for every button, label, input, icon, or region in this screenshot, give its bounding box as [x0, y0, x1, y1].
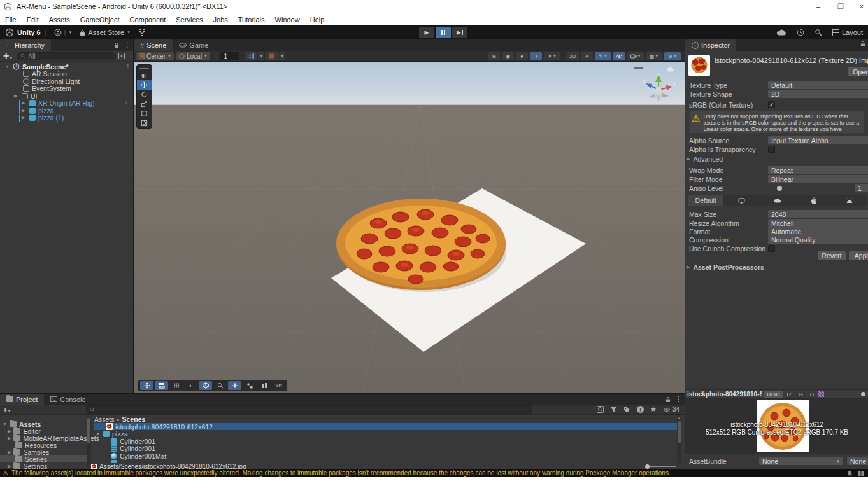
menu-tutorials[interactable]: Tutorials [233, 16, 270, 24]
menu-help[interactable]: Help [305, 16, 330, 24]
paint-dropdown[interactable]: ✎▼ [595, 52, 611, 60]
foldout-icon[interactable]: ▶ [14, 94, 19, 99]
foldout-icon[interactable]: ▶ [22, 101, 27, 106]
filter-type-icon[interactable] [610, 407, 617, 413]
lock-icon[interactable] [860, 41, 865, 47]
asset-row-cylinder-mesh1[interactable]: Cylinder001 [94, 438, 677, 445]
wireframe-icon[interactable]: ● [516, 52, 528, 60]
assetbundle-dropdown[interactable]: None▼ [759, 457, 843, 465]
lock-icon[interactable] [114, 42, 119, 48]
advanced-foldout[interactable]: ▶Advanced [687, 155, 723, 163]
overlay-xr-button[interactable]: XR [272, 381, 285, 390]
hierarchy-row-xr-origin[interactable]: ▶XR Origin (AR Rig) [22, 100, 95, 107]
menu-services[interactable]: Services [171, 16, 208, 24]
grid-snap-toggle[interactable] [245, 52, 257, 60]
folder-row-assets[interactable]: ▼Assets [3, 421, 41, 428]
tab-inspector[interactable]: i Inspector [685, 39, 736, 51]
overlay-measure-icon[interactable] [169, 381, 183, 390]
play-button[interactable]: ▶ [419, 27, 434, 38]
overlay-search-icon[interactable] [213, 381, 227, 390]
rect-tool[interactable] [137, 109, 152, 118]
menu-component[interactable]: Component [124, 16, 171, 24]
menu-jobs[interactable]: Jobs [208, 16, 233, 24]
overlay-component-icon[interactable] [243, 381, 256, 390]
orientation-mode-button[interactable]: Local▼ [176, 52, 210, 60]
project-search-input[interactable] [86, 405, 532, 414]
view-hand-tool[interactable] [137, 71, 152, 80]
asset-row-cylinder-mesh2[interactable]: Cylinder001 [94, 445, 677, 452]
platform-tab-standalone[interactable] [723, 195, 759, 206]
hidden-count-toggle[interactable]: 34 [663, 406, 679, 413]
rotate-tool[interactable] [137, 90, 152, 99]
platform-tab-android[interactable] [832, 195, 867, 206]
pivot-mode-button[interactable]: Center▼ [136, 52, 174, 60]
tab-hierarchy[interactable]: ≔ Hierarchy [0, 39, 51, 51]
filter-mode-dropdown[interactable]: Bilinear [768, 175, 868, 183]
favorites-star-icon[interactable]: ★ [650, 405, 657, 414]
camera-dropdown[interactable]: ▼ [627, 52, 644, 60]
overlay-building-icon[interactable] [257, 381, 271, 390]
maximize-button[interactable]: ❐ [831, 3, 850, 11]
asset-list-scrollbar[interactable]: ▲ [677, 415, 681, 463]
increment-snap-caret[interactable]: ▼ [279, 52, 285, 60]
scene-picker-icon[interactable] [118, 53, 125, 59]
hierarchy-row-directional-light[interactable]: Directional Light [23, 78, 80, 85]
move-tool[interactable] [137, 80, 152, 90]
menu-gameobject[interactable]: GameObject [75, 16, 125, 24]
2d-toggle-icon[interactable]: 2D [567, 52, 579, 60]
compression-dropdown[interactable]: Normal Quality [768, 235, 868, 244]
overlay-drag-handle[interactable]: ▬▬ [137, 65, 152, 71]
alpha-transparency-checkbox[interactable] [768, 146, 775, 153]
revert-button[interactable]: Revert [818, 251, 846, 260]
pause-button[interactable] [436, 27, 451, 38]
scene-visibility-icon[interactable] [613, 52, 625, 60]
scene-viewport[interactable]: ▬▬ ▬▬ y x z [134, 62, 685, 393]
lighting-toggle-icon[interactable]: ☀ [581, 52, 593, 60]
scale-tool[interactable] [137, 99, 152, 109]
cloud-icon[interactable] [776, 29, 786, 36]
gizmo-drag-handle[interactable]: ▬▬ [634, 65, 643, 69]
search-icon[interactable] [815, 29, 822, 36]
apply-button[interactable]: Apply [849, 251, 868, 260]
aniso-slider[interactable] [768, 184, 850, 192]
hierarchy-row-pizza-1[interactable]: ▶pizza (1) [22, 115, 64, 122]
slider-knob[interactable] [777, 186, 782, 191]
shadows-icon[interactable]: ◑ [530, 52, 542, 60]
tool-settings-dropdown[interactable]: ⊕▼ [664, 52, 681, 60]
folder-row-resources[interactable]: Resources [15, 442, 57, 449]
kebab-menu-icon[interactable]: ⋮ [675, 395, 682, 403]
asset-store-button[interactable]: Asset Store▼ [76, 27, 134, 38]
add-gameobject-button[interactable]: +▼ [3, 50, 13, 62]
wrap-mode-dropdown[interactable]: Repeat [768, 166, 868, 174]
version-control-icon[interactable] [134, 27, 150, 38]
background-tasks-icon[interactable] [858, 470, 864, 477]
shading-icon[interactable]: ◉ [502, 52, 514, 60]
effects-dropdown[interactable]: ✶▼ [544, 52, 560, 60]
layout-button[interactable]: Layout [832, 29, 863, 36]
hierarchy-row-eventsystem[interactable]: EventSystem [23, 85, 71, 92]
open-button[interactable]: Open [848, 67, 868, 76]
asset-row-pizza[interactable]: ▼pizza [94, 431, 677, 438]
overlay-cube-view-icon[interactable] [199, 381, 212, 390]
folder-row-settings[interactable]: ▶Settings [8, 463, 47, 469]
open-search-window-icon[interactable] [597, 406, 604, 413]
pizza-model[interactable] [332, 195, 509, 295]
hierarchy-row-ar-session[interactable]: AR Session [23, 71, 67, 78]
transform-tool[interactable] [137, 118, 152, 128]
snap-value-input[interactable]: 1 [220, 52, 239, 60]
menu-edit[interactable]: Edit [22, 16, 44, 24]
filter-label-icon[interactable] [623, 407, 630, 413]
tab-scene[interactable]: #Scene [134, 39, 173, 51]
overlay-layers-icon[interactable] [155, 381, 168, 390]
gizmos-dropdown[interactable]: ▦▼ [646, 52, 662, 60]
increment-snap-toggle[interactable] [266, 52, 278, 60]
foldout-icon[interactable]: ▶ [22, 115, 27, 120]
menu-window[interactable]: Window [270, 16, 305, 24]
create-asset-button[interactable]: +▼ [3, 406, 11, 414]
render-mode-icon[interactable]: ⊕ [488, 52, 500, 60]
srgb-checkbox[interactable]: ✓ [768, 101, 775, 108]
prefab-arrow-icon[interactable]: › [125, 99, 127, 106]
hierarchy-search-input[interactable]: All [17, 52, 116, 60]
kebab-menu-icon[interactable]: ⋮ [124, 41, 131, 49]
orientation-gizmo[interactable]: y x z [641, 71, 676, 106]
